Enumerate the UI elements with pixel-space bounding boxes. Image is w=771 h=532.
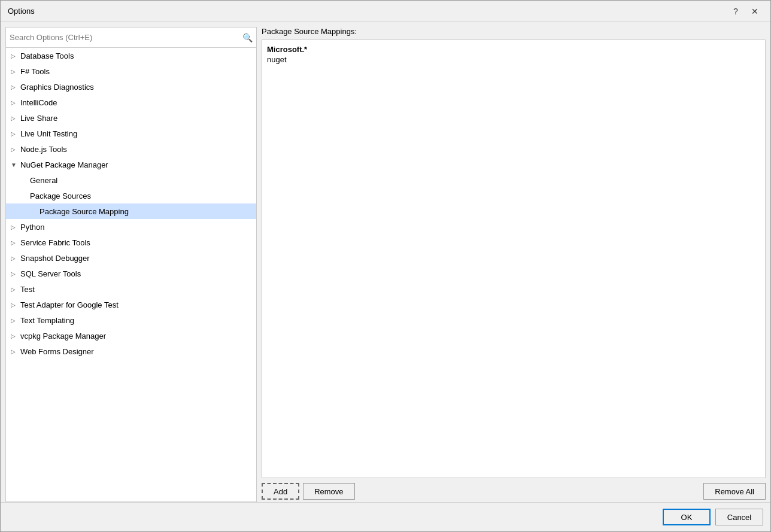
ok-button[interactable]: OK (663, 509, 711, 525)
tree-item-snapshot-debugger[interactable]: ▷Snapshot Debugger (6, 250, 256, 266)
tree-arrow-text-templating: ▷ (11, 317, 19, 324)
tree-item-test-adapter-google-test[interactable]: ▷Test Adapter for Google Test (6, 297, 256, 312)
dialog-title: Options (8, 7, 727, 16)
mappings-box: Microsoft.*nuget (262, 39, 766, 478)
tree-container[interactable]: ▷Database Tools▷F# Tools▷Graphics Diagno… (6, 48, 256, 501)
tree-label-sql-server-tools: SQL Server Tools (20, 269, 81, 278)
tree-item-vcpkg-package-manager[interactable]: ▷vcpkg Package Manager (6, 328, 256, 343)
tree-arrow-graphics-diagnostics: ▷ (11, 84, 19, 90)
tree-item-database-tools[interactable]: ▷Database Tools (6, 48, 256, 63)
tree-arrow-vcpkg-package-manager: ▷ (11, 333, 19, 339)
tree-label-test: Test (20, 285, 35, 294)
tree-item-live-unit-testing[interactable]: ▷Live Unit Testing (6, 126, 256, 141)
add-button[interactable]: Add (262, 483, 299, 500)
mapping-source: nuget (267, 55, 760, 64)
tree-label-snapshot-debugger: Snapshot Debugger (20, 254, 90, 263)
tree-label-intellicode: IntelliCode (20, 98, 57, 107)
main-content: 🔍 ▷Database Tools▷F# Tools▷Graphics Diag… (1, 22, 770, 502)
tree-arrow-python: ▷ (11, 224, 19, 230)
tree-arrow-snapshot-debugger: ▷ (11, 255, 19, 262)
section-title: Package Source Mappings: (262, 27, 766, 36)
tree-arrow-database-tools: ▷ (11, 53, 19, 59)
tree-item-live-share[interactable]: ▷Live Share (6, 110, 256, 126)
tree-item-nodejs-tools[interactable]: ▷Node.js Tools (6, 141, 256, 157)
cancel-button[interactable]: Cancel (715, 509, 763, 525)
tree-label-text-templating: Text Templating (20, 316, 74, 325)
close-button[interactable]: ✕ (746, 3, 763, 20)
tree-label-vcpkg-package-manager: vcpkg Package Manager (20, 332, 106, 341)
left-panel: 🔍 ▷Database Tools▷F# Tools▷Graphics Diag… (5, 27, 257, 502)
tree-item-nuget-package-manager[interactable]: ▼NuGet Package Manager (6, 157, 256, 172)
search-input[interactable] (10, 33, 242, 42)
tree-item-general[interactable]: General (6, 172, 256, 188)
tree-arrow-test: ▷ (11, 286, 19, 293)
tree-arrow-test-adapter-google-test: ▷ (11, 302, 19, 308)
tree-arrow-web-forms-designer: ▷ (11, 348, 19, 355)
dialog-body: 🔍 ▷Database Tools▷F# Tools▷Graphics Diag… (1, 22, 770, 531)
remove-button[interactable]: Remove (303, 483, 354, 500)
tree-label-database-tools: Database Tools (20, 51, 74, 60)
help-button[interactable]: ? (727, 3, 744, 20)
tree-item-intellicode[interactable]: ▷IntelliCode (6, 95, 256, 110)
tree-label-nodejs-tools: Node.js Tools (20, 145, 67, 154)
tree-item-service-fabric-tools[interactable]: ▷Service Fabric Tools (6, 235, 256, 250)
tree-label-live-share: Live Share (20, 114, 57, 123)
action-row: Add Remove Remove All (262, 478, 766, 502)
tree-item-graphics-diagnostics[interactable]: ▷Graphics Diagnostics (6, 79, 256, 95)
tree-label-live-unit-testing: Live Unit Testing (20, 129, 77, 138)
tree-arrow-live-unit-testing: ▷ (11, 130, 19, 137)
title-controls: ? ✕ (727, 3, 763, 20)
tree-arrow-service-fabric-tools: ▷ (11, 239, 19, 246)
tree-item-fsharp-tools[interactable]: ▷F# Tools (6, 63, 256, 79)
tree-label-web-forms-designer: Web Forms Designer (20, 347, 94, 356)
tree-label-fsharp-tools: F# Tools (20, 67, 50, 76)
tree-label-general: General (30, 176, 57, 185)
title-bar: Options ? ✕ (1, 1, 770, 22)
tree-item-web-forms-designer[interactable]: ▷Web Forms Designer (6, 343, 256, 359)
search-bar: 🔍 (6, 28, 256, 48)
tree-label-package-source-mapping: Package Source Mapping (40, 207, 129, 216)
tree-arrow-live-share: ▷ (11, 115, 19, 121)
remove-all-button[interactable]: Remove All (703, 483, 766, 500)
tree-item-text-templating[interactable]: ▷Text Templating (6, 312, 256, 328)
tree-item-sql-server-tools[interactable]: ▷SQL Server Tools (6, 266, 256, 281)
tree-label-test-adapter-google-test: Test Adapter for Google Test (20, 300, 119, 309)
tree-arrow-nuget-package-manager: ▼ (11, 162, 19, 168)
tree-label-service-fabric-tools: Service Fabric Tools (20, 238, 90, 247)
options-dialog: Options ? ✕ 🔍 ▷Database Tools▷F# Tools▷G… (0, 0, 771, 532)
tree-arrow-sql-server-tools: ▷ (11, 270, 19, 277)
tree-item-test[interactable]: ▷Test (6, 281, 256, 297)
right-panel: Package Source Mappings: Microsoft.*nuge… (262, 27, 766, 502)
footer: OK Cancel (1, 502, 770, 531)
tree-arrow-nodejs-tools: ▷ (11, 146, 19, 153)
tree-arrow-intellicode: ▷ (11, 99, 19, 106)
mapping-pattern: Microsoft.* (267, 45, 760, 54)
tree-arrow-fsharp-tools: ▷ (11, 68, 19, 75)
tree-item-package-sources[interactable]: Package Sources (6, 188, 256, 203)
tree-item-python[interactable]: ▷Python (6, 219, 256, 235)
tree-label-graphics-diagnostics: Graphics Diagnostics (20, 83, 94, 92)
tree-label-nuget-package-manager: NuGet Package Manager (20, 160, 108, 169)
tree-label-package-sources: Package Sources (30, 191, 91, 200)
tree-label-python: Python (20, 223, 44, 232)
tree-item-package-source-mapping[interactable]: Package Source Mapping (6, 203, 256, 219)
search-icon: 🔍 (242, 33, 253, 42)
